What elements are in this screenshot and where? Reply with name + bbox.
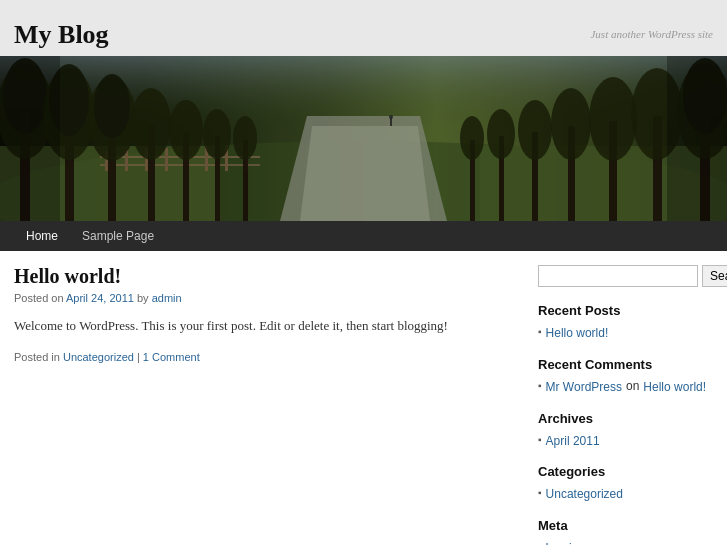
search-input[interactable] — [538, 265, 698, 287]
posted-on-label: Posted on — [14, 292, 64, 304]
svg-rect-52 — [0, 56, 60, 221]
list-item: Uncategorized — [538, 485, 713, 504]
post-title: Hello world! — [14, 265, 522, 288]
recent-posts-list: Hello world! — [538, 324, 713, 343]
hero-image — [0, 56, 727, 221]
navigation: Home Sample Page — [0, 221, 727, 251]
site-title: My Blog — [14, 20, 109, 50]
list-item: Mr WordPress on Hello world! — [538, 378, 713, 397]
main-content: Hello world! Posted on April 24, 2011 by… — [14, 265, 522, 545]
nav-link-sample-page[interactable]: Sample Page — [70, 221, 166, 251]
nav-link-home[interactable]: Home — [14, 221, 70, 251]
meta-heading: Meta — [538, 518, 713, 533]
categories-heading: Categories — [538, 464, 713, 479]
posted-in-label: Posted in — [14, 351, 60, 363]
meta-list: Log in Entries RSS Comments RSS WordPres… — [538, 539, 713, 545]
recent-post-link[interactable]: Hello world! — [546, 325, 609, 342]
list-item: Log in — [538, 539, 713, 545]
sidebar: Search Recent Posts Hello world! Recent … — [538, 265, 713, 545]
svg-rect-53 — [667, 56, 727, 221]
recent-posts-section: Recent Posts Hello world! — [538, 303, 713, 343]
archive-link[interactable]: April 2011 — [546, 433, 600, 450]
comment-author-link[interactable]: Mr WordPress — [546, 379, 622, 396]
categories-section: Categories Uncategorized — [538, 464, 713, 504]
meta-login-link[interactable]: Log in — [546, 540, 579, 545]
search-box: Search — [538, 265, 713, 287]
search-button[interactable]: Search — [702, 265, 727, 287]
by-label: by — [137, 292, 152, 304]
archives-list: April 2011 — [538, 432, 713, 451]
content-area: Hello world! Posted on April 24, 2011 by… — [0, 251, 727, 545]
nav-item-sample-page[interactable]: Sample Page — [70, 221, 166, 251]
post-category-link[interactable]: Uncategorized — [63, 351, 134, 363]
recent-comments-list: Mr WordPress on Hello world! — [538, 378, 713, 397]
comment-on-text: on — [626, 379, 639, 393]
list-item: April 2011 — [538, 432, 713, 451]
archives-section: Archives April 2011 — [538, 411, 713, 451]
comment-post-link[interactable]: Hello world! — [643, 379, 706, 396]
category-link[interactable]: Uncategorized — [546, 486, 623, 503]
svg-rect-51 — [0, 56, 727, 221]
recent-comments-heading: Recent Comments — [538, 357, 713, 372]
post-content: Welcome to WordPress. This is your first… — [14, 316, 522, 337]
site-description: Just another WordPress site — [590, 28, 713, 40]
nav-item-home[interactable]: Home — [14, 221, 70, 251]
recent-comments-section: Recent Comments Mr WordPress on Hello wo… — [538, 357, 713, 397]
post-footer: Posted in Uncategorized | 1 Comment — [14, 351, 522, 363]
meta-section: Meta Log in Entries RSS Comments RSS Wor… — [538, 518, 713, 545]
archives-heading: Archives — [538, 411, 713, 426]
recent-posts-heading: Recent Posts — [538, 303, 713, 318]
post-date-link[interactable]: April 24, 2011 — [66, 292, 134, 304]
list-item: Hello world! — [538, 324, 713, 343]
post-comment-link[interactable]: 1 Comment — [143, 351, 200, 363]
post-meta: Posted on April 24, 2011 by admin — [14, 292, 522, 304]
categories-list: Uncategorized — [538, 485, 713, 504]
post-author-link[interactable]: admin — [152, 292, 182, 304]
